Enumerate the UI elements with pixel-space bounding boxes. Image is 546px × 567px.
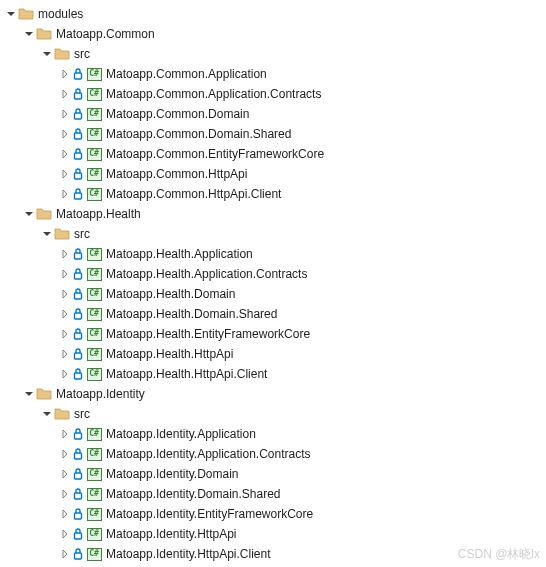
expand-toggle-icon[interactable] bbox=[58, 487, 72, 501]
lock-icon bbox=[72, 347, 84, 361]
expand-toggle-icon[interactable] bbox=[4, 7, 18, 21]
lock-icon bbox=[72, 67, 84, 81]
project-label[interactable]: Matoapp.Common.Application.Contracts bbox=[106, 84, 321, 104]
lock-icon bbox=[72, 307, 84, 321]
src-folder-label[interactable]: src bbox=[74, 44, 90, 64]
expand-toggle-icon[interactable] bbox=[58, 187, 72, 201]
svg-rect-19 bbox=[75, 533, 82, 539]
expand-toggle-icon[interactable] bbox=[58, 307, 72, 321]
expand-toggle-icon[interactable] bbox=[58, 327, 72, 341]
folder-icon bbox=[54, 406, 70, 422]
expand-toggle-icon[interactable] bbox=[58, 87, 72, 101]
csharp-project-icon: C# bbox=[86, 147, 102, 161]
lock-icon bbox=[72, 427, 84, 441]
svg-rect-5 bbox=[75, 173, 82, 179]
project-label[interactable]: Matoapp.Health.Application.Contracts bbox=[106, 264, 307, 284]
expand-toggle-icon[interactable] bbox=[22, 27, 36, 41]
project-label[interactable]: Matoapp.Health.Domain bbox=[106, 284, 235, 304]
src-folder-label[interactable]: src bbox=[74, 404, 90, 424]
expand-toggle-icon[interactable] bbox=[58, 467, 72, 481]
src-folder-label[interactable]: src bbox=[74, 224, 90, 244]
expand-toggle-icon[interactable] bbox=[58, 427, 72, 441]
folder-label[interactable]: modules bbox=[38, 4, 83, 24]
project-label[interactable]: Matoapp.Common.HttpApi bbox=[106, 164, 247, 184]
svg-rect-1 bbox=[75, 93, 82, 99]
project-label[interactable]: Matoapp.Identity.HttpApi.Client bbox=[106, 544, 271, 564]
expand-toggle-icon[interactable] bbox=[22, 207, 36, 221]
solution-folder-label[interactable]: Matoapp.Common bbox=[56, 24, 155, 44]
expand-toggle-icon[interactable] bbox=[58, 67, 72, 81]
expand-toggle-icon[interactable] bbox=[40, 47, 54, 61]
svg-rect-12 bbox=[75, 353, 82, 359]
lock-icon bbox=[72, 107, 84, 121]
expand-toggle-icon[interactable] bbox=[58, 287, 72, 301]
svg-rect-2 bbox=[75, 113, 82, 119]
project-label[interactable]: Matoapp.Identity.Application.Contracts bbox=[106, 444, 311, 464]
project-label[interactable]: Matoapp.Identity.Domain.Shared bbox=[106, 484, 281, 504]
lock-icon bbox=[72, 487, 84, 501]
expand-toggle-icon[interactable] bbox=[58, 507, 72, 521]
lock-icon bbox=[72, 267, 84, 281]
project-label[interactable]: Matoapp.Health.Domain.Shared bbox=[106, 304, 277, 324]
expand-toggle-icon[interactable] bbox=[58, 127, 72, 141]
svg-rect-13 bbox=[75, 373, 82, 379]
expand-toggle-icon[interactable] bbox=[22, 387, 36, 401]
svg-rect-14 bbox=[75, 433, 82, 439]
csharp-project-icon: C# bbox=[86, 127, 102, 141]
expand-toggle-icon[interactable] bbox=[58, 527, 72, 541]
csharp-project-icon: C# bbox=[86, 547, 102, 561]
csharp-project-icon: C# bbox=[86, 347, 102, 361]
csharp-project-icon: C# bbox=[86, 327, 102, 341]
expand-toggle-icon[interactable] bbox=[58, 147, 72, 161]
project-label[interactable]: Matoapp.Identity.Domain bbox=[106, 464, 239, 484]
project-label[interactable]: Matoapp.Identity.Application bbox=[106, 424, 256, 444]
solution-folder-label[interactable]: Matoapp.Identity bbox=[56, 384, 145, 404]
expand-toggle-icon[interactable] bbox=[58, 447, 72, 461]
project-label[interactable]: Matoapp.Identity.HttpApi bbox=[106, 524, 237, 544]
project-label[interactable]: Matoapp.Health.HttpApi.Client bbox=[106, 364, 267, 384]
expand-toggle-icon[interactable] bbox=[58, 547, 72, 561]
expand-toggle-icon[interactable] bbox=[58, 247, 72, 261]
project-label[interactable]: Matoapp.Common.EntityFrameworkCore bbox=[106, 144, 324, 164]
svg-rect-3 bbox=[75, 133, 82, 139]
folder-icon bbox=[54, 46, 70, 62]
solution-folder-label[interactable]: Matoapp.Health bbox=[56, 204, 141, 224]
lock-icon bbox=[72, 527, 84, 541]
csharp-project-icon: C# bbox=[86, 507, 102, 521]
project-label[interactable]: Matoapp.Health.HttpApi bbox=[106, 344, 233, 364]
expand-toggle-icon[interactable] bbox=[58, 167, 72, 181]
expand-toggle-icon[interactable] bbox=[58, 367, 72, 381]
expand-toggle-icon[interactable] bbox=[58, 107, 72, 121]
folder-icon bbox=[36, 26, 52, 42]
svg-rect-9 bbox=[75, 293, 82, 299]
svg-rect-16 bbox=[75, 473, 82, 479]
project-label[interactable]: Matoapp.Health.EntityFrameworkCore bbox=[106, 324, 310, 344]
project-label[interactable]: Matoapp.Identity.EntityFrameworkCore bbox=[106, 504, 313, 524]
folder-icon bbox=[36, 206, 52, 222]
csharp-project-icon: C# bbox=[86, 107, 102, 121]
expand-toggle-icon[interactable] bbox=[40, 227, 54, 241]
lock-icon bbox=[72, 447, 84, 461]
svg-rect-4 bbox=[75, 153, 82, 159]
lock-icon bbox=[72, 167, 84, 181]
svg-rect-11 bbox=[75, 333, 82, 339]
expand-toggle-icon[interactable] bbox=[58, 267, 72, 281]
project-label[interactable]: Matoapp.Common.Domain.Shared bbox=[106, 124, 291, 144]
solution-tree: modulesMatoapp.CommonsrcC#Matoapp.Common… bbox=[4, 4, 546, 564]
expand-toggle-icon[interactable] bbox=[40, 407, 54, 421]
svg-rect-0 bbox=[75, 73, 82, 79]
csharp-project-icon: C# bbox=[86, 67, 102, 81]
project-label[interactable]: Matoapp.Health.Application bbox=[106, 244, 253, 264]
folder-icon bbox=[36, 386, 52, 402]
lock-icon bbox=[72, 87, 84, 101]
project-label[interactable]: Matoapp.Common.HttpApi.Client bbox=[106, 184, 281, 204]
project-label[interactable]: Matoapp.Common.Domain bbox=[106, 104, 249, 124]
lock-icon bbox=[72, 147, 84, 161]
expand-toggle-icon[interactable] bbox=[58, 347, 72, 361]
folder-icon bbox=[18, 6, 34, 22]
csharp-project-icon: C# bbox=[86, 527, 102, 541]
csharp-project-icon: C# bbox=[86, 167, 102, 181]
project-label[interactable]: Matoapp.Common.Application bbox=[106, 64, 267, 84]
folder-icon bbox=[54, 226, 70, 242]
csharp-project-icon: C# bbox=[86, 307, 102, 321]
